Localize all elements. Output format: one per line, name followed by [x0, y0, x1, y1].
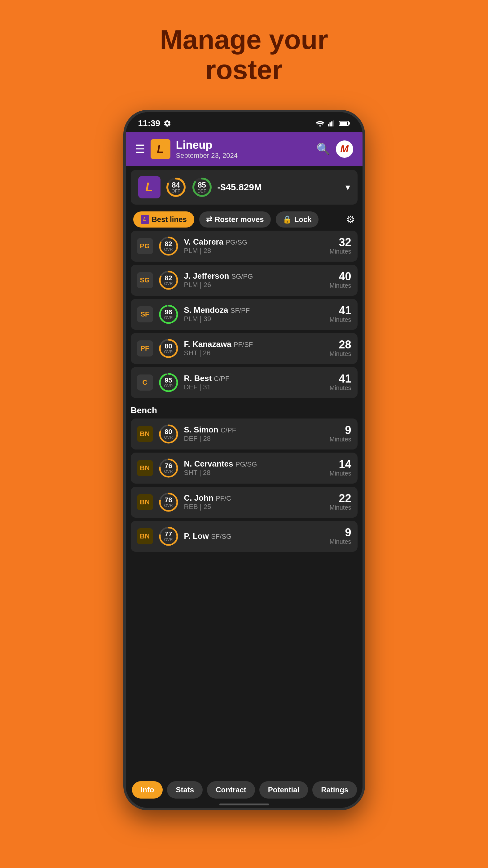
position-badge: BN — [137, 426, 153, 442]
search-button[interactable]: 🔍 — [316, 143, 330, 156]
ovr-circle: 82 OVR — [158, 236, 179, 257]
player-row[interactable]: SF 96 OVR S. Mendoza SF/PF PLM | 39 41 M… — [131, 299, 358, 330]
player-info: S. Mendoza SF/PF PLM | 39 — [184, 305, 325, 323]
hamburger-button[interactable]: ☰ — [135, 143, 145, 156]
tab-ratings[interactable]: Ratings — [312, 781, 357, 799]
position-badge: C — [137, 374, 153, 391]
best-lines-button[interactable]: L Best lines — [133, 211, 194, 227]
hero-title-line2: roster — [205, 54, 283, 85]
wifi-icon — [316, 120, 325, 127]
position-badge: SF — [137, 306, 153, 322]
svg-rect-1 — [329, 122, 331, 126]
player-row[interactable]: BN 76 OVR N. Cervantes PG/SG SHT | 28 14… — [131, 453, 358, 484]
roster-moves-button[interactable]: ⇄ Roster moves — [199, 211, 271, 227]
player-minutes: 32 Minutes — [329, 237, 351, 255]
hero-title-line1: Manage your — [160, 24, 328, 55]
status-time: 11:39 — [138, 118, 172, 128]
player-row[interactable]: BN 77 OVR P. Low SF/SG 9 Minutes — [131, 521, 358, 552]
ovr-circle: 80 OVR — [158, 338, 179, 359]
tab-potential[interactable]: Potential — [259, 781, 308, 799]
team-summary-bar: L 84 OFF 85 DEF -$45.829M ▾ — [131, 170, 358, 205]
status-bar: 11:39 — [126, 112, 362, 132]
player-minutes: 41 Minutes — [329, 305, 351, 323]
player-info: J. Jefferson SG/PG PLM | 26 — [184, 271, 325, 289]
ovr-circle: 82 OVR — [158, 270, 179, 291]
svg-rect-6 — [349, 122, 350, 125]
team-logo-header: L — [151, 139, 170, 159]
tab-contract[interactable]: Contract — [207, 781, 255, 799]
player-info: C. John PF/C REB | 25 — [184, 493, 325, 511]
position-badge: PG — [137, 238, 153, 254]
status-icons — [316, 120, 350, 127]
svg-rect-0 — [328, 124, 329, 126]
player-row[interactable]: PF 80 OVR F. Kanazawa PF/SF SHT | 26 28 … — [131, 333, 358, 364]
player-info: P. Low SF/SG — [184, 531, 325, 541]
action-bar: L Best lines ⇄ Roster moves 🔒 Lock ⚙ — [126, 208, 362, 230]
tab-info[interactable]: Info — [132, 781, 163, 799]
user-avatar[interactable]: M — [336, 141, 353, 158]
app-header: ☰ L Lineup September 23, 2024 🔍 M — [126, 132, 362, 166]
bench-heading: Bench — [126, 401, 362, 418]
player-info: V. Cabrera PG/SG PLM | 28 — [184, 237, 325, 255]
team-logo-small: L — [138, 176, 161, 198]
player-minutes: 9 Minutes — [329, 527, 351, 545]
expand-chevron-icon[interactable]: ▾ — [346, 182, 350, 192]
settings-icon — [163, 119, 171, 127]
battery-icon — [339, 120, 350, 127]
player-info: N. Cervantes PG/SG SHT | 28 — [184, 459, 325, 477]
ovr-circle: 76 OVR — [158, 458, 179, 478]
ovr-circle: 77 OVR — [158, 526, 179, 547]
position-badge: BN — [137, 460, 153, 476]
player-minutes: 41 Minutes — [329, 373, 351, 392]
player-row[interactable]: BN 78 OVR C. John PF/C REB | 25 22 Minut… — [131, 487, 358, 518]
lock-button[interactable]: 🔒 Lock — [276, 211, 319, 227]
starters-list: PG 82 OVR V. Cabrera PG/SG PLM | 28 32 M… — [126, 230, 362, 398]
best-lines-logo: L — [141, 215, 149, 224]
ovr-circle: 78 OVR — [158, 492, 179, 513]
header-subtitle: September 23, 2024 — [176, 152, 311, 160]
player-minutes: 9 Minutes — [329, 425, 351, 443]
svg-rect-5 — [339, 122, 347, 125]
ovr-circle: 96 OVR — [158, 304, 179, 325]
player-minutes: 28 Minutes — [329, 339, 351, 358]
settings-gear-button[interactable]: ⚙ — [346, 214, 355, 225]
lock-icon: 🔒 — [283, 215, 292, 224]
header-title-block: Lineup September 23, 2024 — [176, 138, 311, 160]
player-row[interactable]: PG 82 OVR V. Cabrera PG/SG PLM | 28 32 M… — [131, 230, 358, 261]
position-badge: BN — [137, 528, 153, 545]
hero-title: Manage your roster — [160, 25, 328, 85]
def-rating-circle: 85 DEF — [192, 177, 213, 198]
player-info: R. Best C/PF DEF | 31 — [184, 374, 325, 391]
position-badge: SG — [137, 272, 153, 288]
swap-icon: ⇄ — [206, 215, 212, 224]
home-indicator — [219, 804, 269, 805]
player-minutes: 14 Minutes — [329, 459, 351, 477]
position-badge: PF — [137, 340, 153, 356]
player-row[interactable]: BN 80 OVR S. Simon C/PF DEF | 28 9 Minut… — [131, 418, 358, 450]
phone-mockup: 11:39 ☰ L Lineup September 23, 2024 🔍 M — [123, 110, 365, 810]
player-row[interactable]: C 95 OVR R. Best C/PF DEF | 31 41 Minute… — [131, 367, 358, 398]
ovr-circle: 95 OVR — [158, 372, 179, 393]
player-minutes: 40 Minutes — [329, 271, 351, 289]
player-info: S. Simon C/PF DEF | 28 — [184, 425, 325, 443]
bottom-tab-bar: InfoStatsContractPotentialRatings — [126, 776, 362, 808]
bench-list: BN 80 OVR S. Simon C/PF DEF | 28 9 Minut… — [126, 418, 362, 552]
salary-text: -$45.829M — [218, 182, 340, 192]
signal-icon — [328, 120, 336, 127]
svg-rect-2 — [331, 121, 332, 126]
player-info: F. Kanazawa PF/SF SHT | 26 — [184, 339, 325, 357]
svg-rect-3 — [333, 120, 334, 126]
position-badge: BN — [137, 494, 153, 510]
tab-stats[interactable]: Stats — [167, 781, 203, 799]
off-rating-circle: 84 OFF — [165, 177, 187, 198]
player-minutes: 22 Minutes — [329, 493, 351, 511]
ovr-circle: 80 OVR — [158, 424, 179, 444]
player-row[interactable]: SG 82 OVR J. Jefferson SG/PG PLM | 26 40… — [131, 265, 358, 296]
header-title: Lineup — [176, 138, 311, 152]
